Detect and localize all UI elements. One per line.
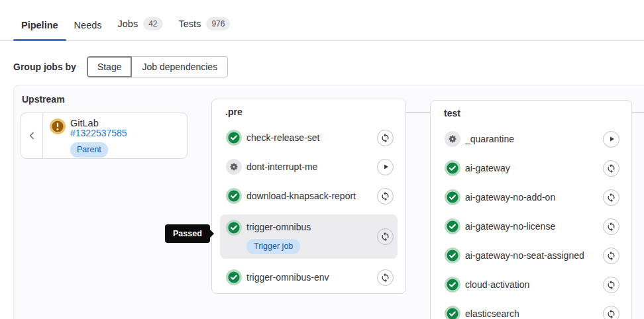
retry-icon: [380, 273, 390, 283]
tab-pipeline[interactable]: Pipeline: [13, 20, 66, 40]
status-success-icon: [226, 220, 242, 236]
job-name: _quarantine: [465, 134, 514, 144]
trigger-job-badge: Trigger job: [246, 239, 300, 254]
retry-job-button[interactable]: [377, 228, 394, 245]
retry-job-button[interactable]: [603, 277, 619, 293]
retry-icon: [380, 232, 390, 242]
job-row-trigger-omnibus[interactable]: trigger-omnibus Trigger job: [220, 214, 398, 259]
upstream-section-title: Upstream: [22, 94, 65, 105]
job-row-dont-interrupt-me[interactable]: dont-interrupt-me: [220, 152, 398, 181]
retry-job-button[interactable]: [603, 189, 619, 206]
retry-icon: [606, 222, 616, 232]
retry-job-button[interactable]: [377, 269, 394, 286]
status-success-icon: [226, 188, 242, 204]
tab-label: Tests: [179, 19, 201, 29]
job-name: ai-gateway-no-add-on: [465, 192, 555, 203]
tooltip-text: Passed: [173, 229, 202, 238]
tab-jobs[interactable]: Jobs 42: [110, 17, 171, 40]
play-job-button[interactable]: [377, 159, 394, 175]
status-manual-icon: [226, 159, 242, 175]
tab-label: Needs: [74, 20, 102, 30]
upstream-pipeline-link[interactable]: #1322537585: [70, 128, 127, 138]
job-row-ai-gateway-no-seat-assigned[interactable]: ai-gateway-no-seat-assigned: [439, 241, 623, 270]
job-name: check-release-set: [246, 132, 320, 143]
stage-connector-line: [632, 112, 644, 113]
retry-icon: [606, 280, 616, 290]
chevron-left-icon: [27, 130, 37, 141]
collapse-upstream-button[interactable]: [21, 113, 43, 158]
status-manual-icon: [445, 131, 460, 147]
tests-count-badge: 976: [206, 17, 230, 30]
status-success-icon: [226, 130, 242, 146]
retry-icon: [606, 163, 616, 173]
job-row-ai-gateway[interactable]: ai-gateway: [439, 154, 623, 183]
play-icon: [381, 162, 390, 171]
job-name: ai-gateway-no-seat-assigned: [465, 250, 584, 261]
job-row-cloud-activation[interactable]: cloud-activation: [439, 270, 623, 299]
retry-job-button[interactable]: [377, 130, 394, 146]
retry-icon: [606, 309, 616, 319]
tab-label: Pipeline: [21, 20, 58, 30]
status-success-icon: [445, 160, 460, 176]
job-name: trigger-omnibus-env: [246, 272, 329, 283]
tab-tests[interactable]: Tests 976: [171, 17, 239, 40]
group-by-segmented-control: Stage Job dependencies: [87, 56, 228, 77]
job-name: ai-gateway: [465, 163, 510, 173]
group-by-stage-button[interactable]: Stage: [87, 56, 133, 77]
group-jobs-by-label: Group jobs by: [13, 62, 76, 72]
job-row-elasticsearch[interactable]: elasticsearch: [439, 299, 623, 319]
status-success-icon: [445, 277, 460, 293]
upstream-project-name: GitLab: [70, 118, 99, 128]
job-row-ai-gateway-no-license[interactable]: ai-gateway-no-license: [439, 212, 623, 241]
group-jobs-by-controls: Group jobs by Stage Job dependencies: [13, 56, 644, 77]
job-name: cloud-activation: [465, 279, 529, 290]
passed-tooltip: Passed: [165, 224, 210, 243]
job-name: download-knapsack-report: [246, 191, 356, 201]
job-row-ai-gateway-no-add-on[interactable]: ai-gateway-no-add-on: [439, 183, 623, 212]
pipeline-tabs: Pipeline Needs Jobs 42 Tests 976: [0, 0, 644, 41]
retry-job-button[interactable]: [603, 306, 619, 319]
status-success-icon: [445, 306, 460, 319]
parent-badge: Parent: [70, 142, 108, 158]
job-name: ai-gateway-no-license: [465, 221, 555, 232]
stage-title: test: [444, 108, 618, 118]
jobs-count-badge: 42: [143, 17, 162, 30]
job-row-download-knapsack-report[interactable]: download-knapsack-report: [220, 181, 398, 210]
pipeline-graph-panel: Upstream GitLab #1322537585 Parent Passe…: [13, 85, 644, 319]
tab-needs[interactable]: Needs: [66, 20, 110, 40]
status-success-icon: [445, 189, 460, 205]
tab-label: Jobs: [118, 19, 138, 29]
stage-connector-line: [406, 112, 430, 113]
retry-job-button[interactable]: [603, 248, 619, 264]
stage-column-test: test _quarantine ai-gateway ai-gateway-n…: [430, 100, 632, 319]
status-success-icon: [445, 248, 460, 263]
retry-icon: [606, 193, 616, 203]
play-job-button[interactable]: [603, 131, 619, 148]
job-row-quarantine[interactable]: _quarantine: [439, 124, 623, 154]
retry-job-button[interactable]: [603, 160, 619, 177]
retry-icon: [380, 191, 390, 201]
retry-icon: [380, 133, 390, 143]
job-name: trigger-omnibus: [246, 219, 311, 235]
job-name: dont-interrupt-me: [246, 161, 317, 172]
group-by-job-dependencies-button[interactable]: Job dependencies: [131, 56, 228, 77]
job-row-check-release-set[interactable]: check-release-set: [220, 123, 398, 152]
stage-title: .pre: [225, 107, 392, 117]
job-row-trigger-omnibus-env[interactable]: trigger-omnibus-env: [220, 263, 398, 292]
job-name: elasticsearch: [465, 308, 519, 319]
upstream-pipeline-card: GitLab #1322537585 Parent: [21, 113, 188, 159]
retry-job-button[interactable]: [377, 188, 394, 205]
status-warning-icon: [50, 118, 66, 134]
play-icon: [607, 134, 616, 144]
status-success-icon: [226, 269, 242, 285]
status-success-icon: [445, 218, 460, 234]
retry-job-button[interactable]: [603, 218, 619, 235]
stage-column-pre: .pre check-release-set dont-interrupt-me…: [211, 99, 406, 294]
retry-icon: [606, 251, 616, 261]
upstream-card-body: GitLab #1322537585 Parent: [43, 113, 134, 158]
